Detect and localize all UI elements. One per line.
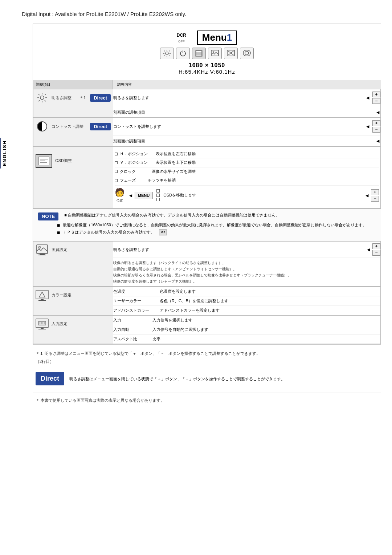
color-icon [36, 290, 49, 301]
color-settings-menu-item: カラー設定 [33, 287, 113, 304]
brightness-arrow2: ◄ [375, 109, 380, 115]
menu-icon-btn[interactable] [192, 48, 206, 59]
power-icon-btn[interactable] [176, 48, 190, 59]
brightness-minus-btn[interactable]: − [372, 98, 380, 104]
bottom-footnote: ＊ 本書で使用している画面写真は実際の表示と異なる場合があります。 [33, 393, 381, 405]
input-icon [36, 319, 49, 329]
image-brightness-label: 明るさを調整します [113, 247, 149, 252]
osd-h-pos: Ｈ．ポジション 表示位置を左右に移動 [115, 150, 379, 158]
image-settings-icon [36, 244, 49, 255]
svg-point-21 [40, 96, 44, 100]
input-settings-right-cell: 入力 入力信号を選択します 入力自動 入力信号を自動的に選択します アスペクト比… [113, 316, 381, 344]
image-desc: 映像の明るさを調整します（バックライトの明るさを調整します）。 自動的に最適な明… [113, 258, 380, 286]
brightness-label-text: 明るさを調整します [113, 95, 149, 101]
person-icon: 🧑 [115, 188, 124, 197]
contrast-jp-label: コントラスト調整 [52, 123, 87, 129]
svg-point-15 [213, 51, 214, 53]
brightness-label-text2: 別画面の調整項目 [113, 110, 145, 115]
contrast-menu-item: コントラスト調整 Direct [33, 118, 113, 135]
color-item-3: アドバンストカラー アドバンストカラーを設定します [113, 306, 380, 315]
color-temp-value: 色温度を設定します [160, 289, 196, 294]
brightness-menu-item: 明るさ調整 ＊1 Direct [33, 89, 113, 106]
input-icon-btn[interactable] [240, 48, 254, 59]
image-brightness-minus[interactable]: − [372, 250, 380, 256]
input-settings-label: 入力設定 [52, 321, 111, 327]
image-desc-3: 映像の暗部が明るく表示される場合、黒レベルを調整して映像を改善させます（ブラック… [113, 272, 380, 278]
image-settings-left-cell: 画質設定 [33, 242, 113, 287]
direct-section-text: 明るさ調整はメニュー画面を閉じている状態で「＋」ボタン、「－」ボタンを操作するこ… [69, 376, 285, 382]
osd-pm-arrow: ◄ [364, 193, 369, 198]
color-item-2: ユーザーカラー 各色（R、G、B）を個別に調整します [113, 296, 380, 306]
osd-arrow-enter: ◄ [128, 193, 133, 198]
brightness-arrow: ◄ [365, 95, 370, 101]
contrast-icon [36, 121, 49, 132]
image-brightness-plus[interactable]: + [372, 243, 380, 249]
osd-jp-label: OSD調整 [55, 158, 72, 163]
input-items: 入力 入力信号を選択します 入力自動 入力信号を自動的に選択します アスペクト比… [113, 316, 380, 344]
osd-cb2 [156, 194, 160, 197]
section-header-row: 調整項目 調整内容 [33, 80, 381, 89]
osd-pm-btns: + − [371, 189, 379, 202]
osd-plus-btn[interactable]: + [371, 189, 379, 195]
image-brightness-arrow: ◄ [366, 247, 371, 252]
svg-point-20 [245, 51, 249, 55]
svg-rect-36 [38, 300, 46, 301]
note-line-1: NOTE ■ 自動調整機能はアナログ信号入力の場合のみ有効です。デジタル信号入力… [38, 212, 376, 220]
contrast-arrow: ◄ [365, 123, 370, 129]
note-bullet-3: ■ [57, 230, 60, 235]
color-settings-label: カラー設定 [52, 292, 111, 298]
color-user-value: 各色（R、G、B）を個別に調整します [160, 298, 228, 304]
color-temp-label: 色温度 [113, 289, 157, 294]
contrast-label-text2: 別画面の調整項目 [113, 138, 145, 144]
input-settings-menu-item: 入力設定 [33, 316, 113, 332]
osd-right-cell: Ｈ．ポジション 表示位置を左右に移動 Ｖ．ポジション 表示位置を上下に移動 クロ… [113, 147, 381, 208]
input-auto-value: 入力信号を自動的に選択します [152, 327, 208, 332]
input-aspect-value: 比率 [152, 336, 164, 342]
note-text-2: 最適な解像度（1680×1050）でご使用になると、自動調整の効果が最大限に発揮… [63, 222, 366, 228]
diagonal-icon-btn[interactable] [224, 48, 238, 59]
svg-line-7 [169, 51, 170, 52]
monitor-display-section: DCR OFF Menu1 [33, 24, 381, 80]
image-brightness-row: 明るさを調整します ◄ + − [113, 242, 380, 258]
osd-menu-item: OSD調整 [33, 151, 113, 171]
image-desc-1: 映像の明るさを調整します（バックライトの明るさを調整します）。 [113, 260, 380, 266]
osd-right-text: OSDを移動します [163, 193, 361, 198]
footer-text2: （2行目） [36, 358, 378, 365]
contrast-plus-btn[interactable]: + [372, 120, 380, 126]
svg-line-6 [169, 56, 170, 56]
brightness-plus-btn[interactable]: + [372, 92, 380, 97]
menu-button-inline[interactable]: MENU [135, 192, 153, 199]
svg-point-0 [166, 52, 168, 55]
osd-pos-label: 位置 [117, 198, 123, 203]
osd-minus-btn[interactable]: − [371, 196, 379, 202]
osd-adjust-content: Ｈ．ポジション 表示位置を左右に移動 Ｖ．ポジション 表示位置を上下に移動 クロ… [113, 147, 380, 208]
brightness-right-cell: 明るさを調整します ◄ + − 別画面の調整項目 ◄ [113, 89, 381, 118]
language-sidebar-label: ENGLISH [0, 138, 8, 169]
input-item-2: 入力自動 入力信号を自動的に選択します [113, 325, 380, 335]
monitor-icons-row [40, 48, 373, 59]
osd-phase: フェーズ チラツキを解消 [115, 176, 379, 185]
bottom-footnote-text: ＊ 本書で使用している画面写真は実際の表示と異なる場合があります。 [36, 398, 164, 402]
svg-rect-33 [38, 255, 46, 255]
note-text-3: ｉＰＳはデジタル信号の入力の場合のみ有効です。 [63, 230, 155, 235]
contrast-minus-btn[interactable]: − [372, 127, 380, 133]
color-user-label: ユーザーカラー [113, 298, 157, 304]
color-item-1: 色温度 色温度を設定します [113, 287, 380, 296]
svg-marker-37 [39, 292, 45, 297]
section-header-right: 調整内容 [113, 80, 381, 89]
contrast-right-cell: コントラストを調整します ◄ + − 別画面の調整項目 ◄ [113, 118, 381, 146]
freq-text: H:65.4KHz V:60.1Hz [40, 69, 373, 75]
color-items: 色温度 色温度を設定します ユーザーカラー 各色（R、G、B）を個別に調整します… [113, 287, 380, 315]
input-settings-left-cell: 入力設定 [33, 316, 113, 344]
image-desc-4: 映像の鮮明度を調整します（シャープネス機能）。 [113, 278, 380, 284]
image-desc-2: 自動的に最適な明るさに調整します（アンビエントライトセンサー機能）。 [113, 266, 380, 272]
brightness-icon-btn[interactable] [160, 48, 174, 59]
image-quality-icon-btn[interactable] [208, 48, 222, 59]
svg-rect-35 [41, 299, 44, 300]
note-line-2: ■ 最適な解像度（1680×1050）でご使用になると、自動調整の効果が最大限に… [57, 222, 376, 228]
osd-left-cell: OSD調整 [33, 147, 113, 208]
contrast-pm-btns: + − [372, 120, 380, 133]
svg-line-28 [45, 94, 46, 95]
note-bullet-2: ■ [57, 223, 60, 228]
osd-clock: クロック 画像の水平サイズを調整 [115, 167, 379, 176]
